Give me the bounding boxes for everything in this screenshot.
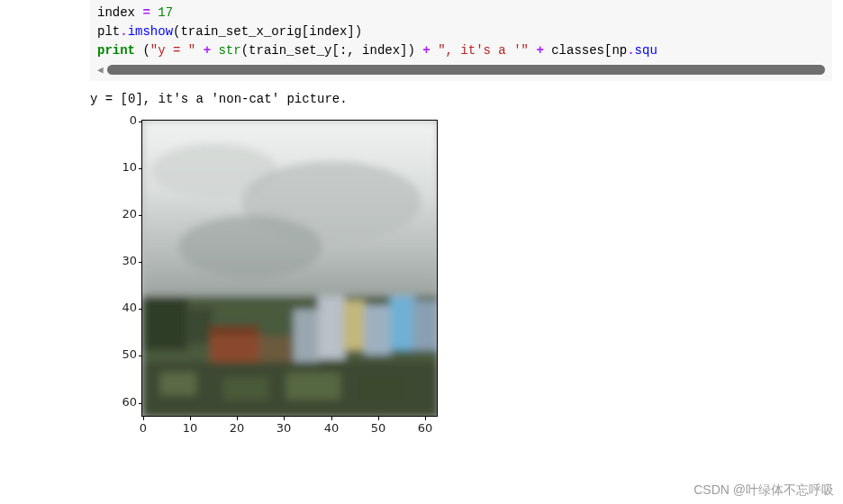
svg-rect-8 <box>210 326 259 335</box>
stdout-text: y = [0], it's a 'non-cat' picture. <box>90 92 843 106</box>
ytick-label: 60 <box>90 395 137 409</box>
horizontal-scrollbar[interactable]: ◀ <box>97 60 825 81</box>
code-token: + <box>422 43 430 58</box>
svg-rect-13 <box>364 305 391 355</box>
tick-mark <box>190 417 191 420</box>
plot-image-icon <box>142 121 438 417</box>
ytick-label: 30 <box>90 254 137 267</box>
code-token <box>150 5 158 20</box>
ytick-label: 40 <box>90 301 137 314</box>
svg-rect-20 <box>358 377 403 400</box>
ytick-label: 20 <box>90 207 137 220</box>
svg-rect-5 <box>142 296 187 350</box>
code-line-2: plt.imshow(train_set_x_orig[index]) <box>97 22 825 41</box>
tick-mark <box>378 417 379 420</box>
code-token: index <box>97 5 142 20</box>
code-cell: index = 17 plt.imshow(train_set_x_orig[i… <box>90 0 832 81</box>
code-token: plt <box>97 24 120 39</box>
svg-rect-11 <box>318 296 345 359</box>
code-token <box>195 43 203 58</box>
code-token: ( <box>135 43 150 58</box>
xtick-label: 20 <box>223 421 250 435</box>
tick-mark <box>331 417 332 420</box>
matplotlib-figure: 0 10 20 30 40 50 60 0 10 20 30 40 50 60 <box>90 112 468 481</box>
code-token: squ <box>635 43 657 58</box>
code-token: imshow <box>128 24 173 39</box>
code-token: . <box>627 43 634 58</box>
xtick-label: 30 <box>270 421 297 435</box>
code-token: classes[np <box>544 43 627 58</box>
scroll-left-icon[interactable]: ◀ <box>97 64 104 76</box>
code-token: (train_set_x_orig[index]) <box>173 24 362 39</box>
watermark-text: CSDN @叶绿体不忘呼吸 <box>693 482 834 499</box>
svg-point-3 <box>178 215 322 278</box>
ytick-label: 50 <box>90 347 137 361</box>
code-token: print <box>97 43 135 58</box>
svg-rect-14 <box>390 296 415 350</box>
xtick-label: 0 <box>130 421 157 435</box>
ytick-label: 0 <box>90 113 137 127</box>
tick-mark <box>143 417 144 420</box>
xtick-label: 50 <box>365 421 392 435</box>
scroll-track[interactable] <box>107 65 825 75</box>
ytick-label: 10 <box>90 160 137 174</box>
svg-rect-17 <box>160 373 196 395</box>
xtick-label: 10 <box>177 421 204 435</box>
svg-rect-19 <box>286 373 340 400</box>
code-token: "y = " <box>150 43 195 58</box>
code-token <box>431 43 438 58</box>
xtick-label: 60 <box>412 421 439 435</box>
xtick-label: 40 <box>318 421 345 435</box>
tick-mark <box>284 417 285 420</box>
code-token: 17 <box>158 5 173 20</box>
image-plot <box>141 120 438 417</box>
svg-rect-12 <box>343 301 365 350</box>
output-area: y = [0], it's a 'non-cat' picture. 0 10 … <box>90 81 843 481</box>
svg-rect-18 <box>223 377 268 400</box>
code-line-1: index = 17 <box>97 4 825 22</box>
code-token: (train_set_y[:, index]) <box>241 43 423 58</box>
svg-rect-15 <box>412 301 438 350</box>
tick-mark <box>237 417 238 420</box>
code-token: str <box>218 43 240 58</box>
code-line-3: print ("y = " + str(train_set_y[:, index… <box>97 41 825 60</box>
svg-rect-6 <box>186 308 213 344</box>
code-token: + <box>536 43 543 58</box>
code-token: . <box>120 24 127 39</box>
tick-mark <box>425 417 426 420</box>
code-token: = <box>142 5 150 20</box>
svg-rect-10 <box>294 310 319 364</box>
code-token: ", it's a '" <box>438 43 529 58</box>
code-token: + <box>204 43 211 58</box>
